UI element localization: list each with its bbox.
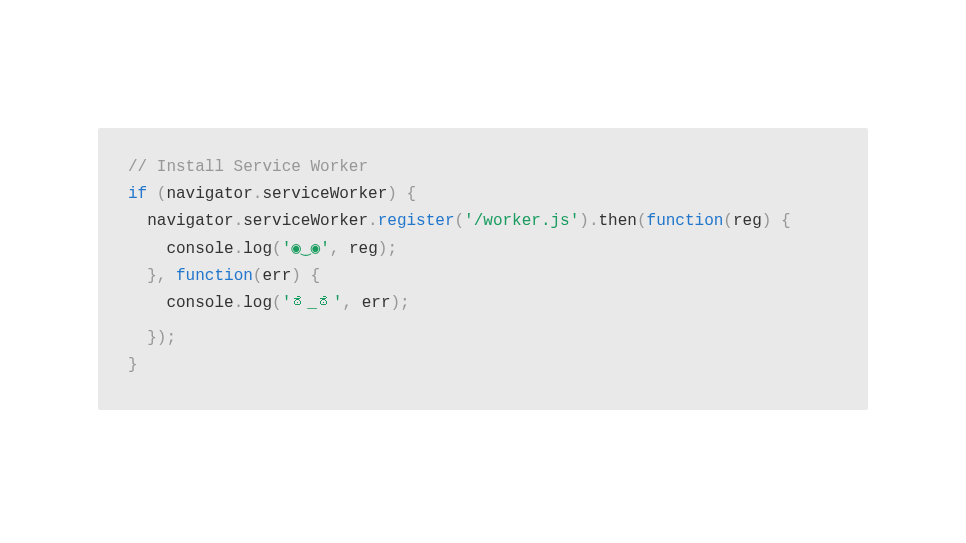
punct: , [342, 294, 361, 312]
code-line-2: if (navigator.serviceWorker) { [128, 181, 838, 208]
punct: , [330, 240, 349, 258]
code-line-3: navigator.serviceWorker.register('/worke… [128, 208, 838, 235]
indent [128, 329, 147, 347]
punct: ( [637, 212, 647, 230]
identifier: navigator [166, 185, 252, 203]
keyword-function: function [647, 212, 724, 230]
indent [128, 294, 166, 312]
code-line-1: // Install Service Worker [128, 154, 838, 181]
indent [128, 267, 147, 285]
string: 'ಠ_ಠ' [282, 294, 343, 312]
identifier: reg [349, 240, 378, 258]
punct: ) { [291, 267, 320, 285]
punct: ( [723, 212, 733, 230]
punct: ) { [762, 212, 791, 230]
punct: }, [147, 267, 176, 285]
keyword-if: if [128, 185, 147, 203]
method: register [378, 212, 455, 230]
indent [128, 212, 147, 230]
identifier: console [166, 294, 233, 312]
keyword-function: function [176, 267, 253, 285]
identifier: err [362, 294, 391, 312]
punct: ( [272, 294, 282, 312]
blank-line [128, 317, 838, 325]
code-line-8: } [128, 352, 838, 379]
method: log [243, 294, 272, 312]
punct: ( [253, 267, 263, 285]
punct: ( [147, 185, 166, 203]
identifier: serviceWorker [262, 185, 387, 203]
code-line-4: console.log('◉‿◉', reg); [128, 236, 838, 263]
punct: . [234, 240, 244, 258]
identifier: serviceWorker [243, 212, 368, 230]
punct: . [234, 212, 244, 230]
string: '◉‿◉' [282, 240, 330, 258]
method: then [599, 212, 637, 230]
param: err [262, 267, 291, 285]
string: '/worker.js' [464, 212, 579, 230]
identifier: console [166, 240, 233, 258]
code-line-7: }); [128, 325, 838, 352]
code-line-6: console.log('ಠ_ಠ', err); [128, 290, 838, 317]
punct: . [368, 212, 378, 230]
punct: ); [378, 240, 397, 258]
comment: // Install Service Worker [128, 158, 368, 176]
identifier: navigator [147, 212, 233, 230]
punct: } [128, 356, 138, 374]
punct: ( [454, 212, 464, 230]
punct: }); [147, 329, 176, 347]
method: log [243, 240, 272, 258]
code-block: // Install Service Worker if (navigator.… [98, 128, 868, 410]
indent [128, 240, 166, 258]
punct: ) { [387, 185, 416, 203]
punct: ). [579, 212, 598, 230]
punct: . [253, 185, 263, 203]
code-line-5: }, function(err) { [128, 263, 838, 290]
punct: . [234, 294, 244, 312]
punct: ); [390, 294, 409, 312]
param: reg [733, 212, 762, 230]
punct: ( [272, 240, 282, 258]
